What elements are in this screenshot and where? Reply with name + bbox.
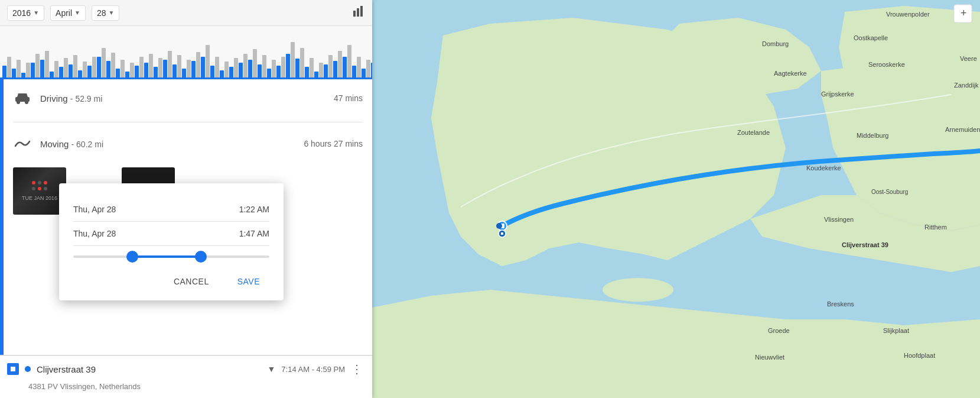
dot — [32, 181, 35, 185]
thumbnail-1[interactable]: TUE JAN 2016 — [13, 167, 66, 215]
svg-text:Middelburg: Middelburg — [857, 132, 888, 139]
dot — [44, 187, 47, 190]
driving-duration: 47 mins — [334, 93, 363, 103]
bar-chart: // We'll generate bars inline via JS aft… — [0, 26, 372, 79]
svg-text:Oostkapelle: Oostkapelle — [854, 34, 888, 41]
moving-stat-row: Moving - 60.2 mi 6 hours 27 mins — [13, 134, 363, 153]
left-panel: 2016 ▼ April ▼ 28 ▼ // We'll generate ba… — [0, 0, 372, 398]
svg-point-16 — [526, 310, 573, 328]
day-select[interactable]: 28 ▼ — [92, 5, 119, 21]
svg-text:Groede: Groede — [768, 327, 790, 334]
svg-point-20 — [496, 223, 502, 229]
time-slider-track[interactable] — [73, 255, 269, 258]
month-label: April — [56, 8, 72, 18]
svg-rect-1 — [357, 8, 359, 17]
location-chevron[interactable]: ▼ — [267, 364, 275, 374]
svg-text:Oost-Souburg: Oost-Souburg — [871, 189, 908, 195]
dot — [32, 187, 35, 190]
dot — [38, 181, 41, 185]
svg-text:Grijpskerke: Grijpskerke — [821, 90, 854, 98]
top-bar: 2016 ▼ April ▼ 28 ▼ — [0, 0, 372, 26]
save-button[interactable]: SAVE — [228, 272, 269, 291]
svg-text:Zoutelande: Zoutelande — [737, 129, 770, 136]
car-icon — [13, 89, 32, 108]
moving-icon — [13, 134, 32, 153]
month-chevron: ▼ — [74, 9, 80, 16]
location-address: 4381 PV Vlissingen, Netherlands — [0, 382, 372, 398]
svg-text:Serooskerke: Serooskerke — [868, 61, 905, 68]
location-name: Clijverstraat 39 — [37, 364, 261, 374]
svg-text:Clijverstraat 39: Clijverstraat 39 — [842, 241, 888, 248]
svg-text:Breskens: Breskens — [827, 300, 854, 308]
slider-thumb-left[interactable] — [126, 251, 138, 263]
driving-label: Driving - 52.9 mi — [40, 93, 334, 103]
svg-text:Domburg: Domburg — [762, 40, 789, 47]
svg-text:Vlissingen: Vlissingen — [824, 216, 854, 223]
divider-1 — [13, 122, 363, 122]
day-chevron: ▼ — [109, 9, 115, 16]
svg-text:Slijkplaat: Slijkplaat — [883, 327, 909, 334]
svg-text:Hoofdplaat: Hoofdplaat — [904, 352, 935, 359]
svg-text:+: + — [961, 7, 967, 19]
moving-duration: 6 hours 27 mins — [304, 139, 363, 148]
svg-point-5 — [25, 101, 28, 104]
bottom-section: Clijverstraat 39 ▼ 7:14 AM - 4:59 PM ⋮ 4… — [0, 355, 372, 398]
svg-text:Arnemuiden: Arnemuiden — [945, 126, 980, 133]
svg-text:Zanddijk: Zanddijk — [954, 82, 979, 89]
stop-icon — [11, 367, 15, 371]
day-label: 28 — [97, 8, 106, 18]
dialog-row-2: Thu, Apr 28 1:47 AM — [73, 222, 269, 246]
time-edit-dialog: Thu, Apr 28 1:22 AM Thu, Apr 28 1:47 AM … — [59, 183, 284, 300]
svg-rect-2 — [360, 6, 363, 17]
location-row: Clijverstraat 39 ▼ 7:14 AM - 4:59 PM ⋮ — [0, 355, 372, 382]
dialog-time-2: 1:47 AM — [239, 229, 269, 238]
svg-text:Aagtekerke: Aagtekerke — [774, 70, 807, 77]
cancel-button[interactable]: CANCEL — [164, 272, 219, 291]
driving-stat-row: Driving - 52.9 mi 47 mins — [13, 89, 363, 108]
time-range: 7:14 AM - 4:59 PM — [281, 365, 345, 374]
map-svg: Vrouwenpolder Kamperland Geersdijk Kats … — [372, 0, 980, 398]
slider-thumb-right[interactable] — [195, 251, 207, 263]
slider-fill — [132, 255, 201, 258]
dialog-date-2: Thu, Apr 28 — [73, 229, 239, 238]
map-panel: Vrouwenpolder Kamperland Geersdijk Kats … — [372, 0, 980, 398]
svg-text:Ritthem: Ritthem — [924, 224, 947, 231]
svg-point-17 — [473, 324, 508, 338]
stop-button[interactable] — [7, 363, 19, 375]
month-select[interactable]: April ▼ — [50, 5, 86, 21]
dot-indicator — [25, 366, 31, 372]
more-options-icon[interactable]: ⋮ — [351, 362, 363, 376]
dialog-date-1: Thu, Apr 28 — [73, 205, 239, 214]
dot — [44, 181, 47, 185]
svg-point-15 — [603, 278, 673, 302]
dot — [38, 187, 41, 190]
dialog-row-1: Thu, Apr 28 1:22 AM — [73, 198, 269, 222]
moving-label: Moving - 60.2 mi — [40, 139, 304, 149]
chart-icon-button[interactable] — [352, 5, 365, 21]
svg-text:Vrouwenpolder: Vrouwenpolder — [886, 11, 930, 18]
svg-rect-0 — [353, 11, 356, 17]
dialog-time-1: 1:22 AM — [239, 205, 269, 214]
svg-text:Koudekerke: Koudekerke — [806, 164, 841, 172]
dialog-actions: CANCEL SAVE — [73, 263, 269, 291]
year-select[interactable]: 2016 ▼ — [7, 5, 44, 21]
year-label: 2016 — [12, 8, 31, 18]
svg-rect-65 — [501, 232, 503, 235]
svg-text:Veere: Veere — [960, 55, 977, 62]
svg-text:Nieuwvliet: Nieuwvliet — [755, 354, 784, 361]
svg-point-4 — [17, 101, 20, 104]
year-chevron: ▼ — [33, 9, 39, 16]
time-slider-container — [73, 246, 269, 263]
